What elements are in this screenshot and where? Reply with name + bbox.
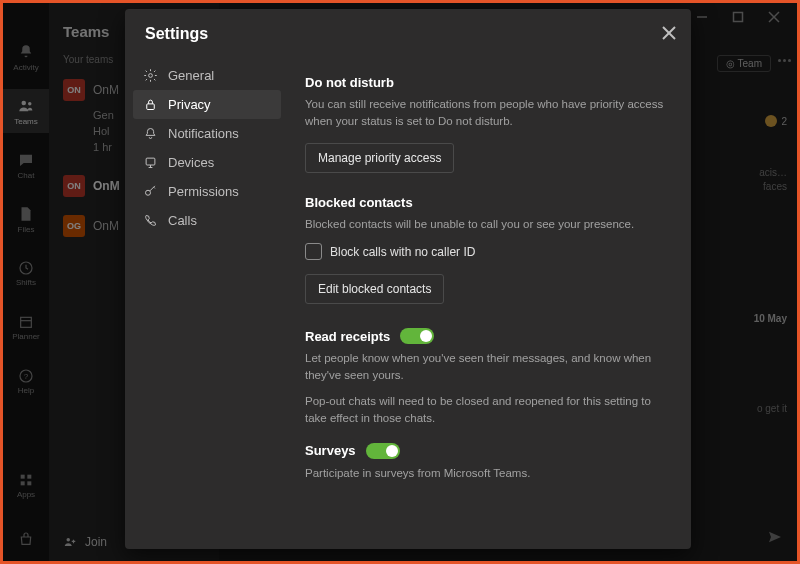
nav-label: Privacy [168,97,211,112]
lock-icon [143,97,158,112]
read-receipts-desc1: Let people know when you've seen their m… [305,350,669,383]
svg-point-18 [149,74,153,78]
checkbox-label: Block calls with no caller ID [330,245,475,259]
block-no-caller-id-checkbox[interactable]: Block calls with no caller ID [305,243,669,260]
settings-nav-notifications[interactable]: Notifications [133,119,281,148]
nav-label: Permissions [168,184,239,199]
settings-title: Settings [125,9,691,55]
blocked-heading: Blocked contacts [305,195,669,210]
gear-icon [143,68,158,83]
read-receipts-toggle[interactable] [400,328,434,344]
settings-nav-calls[interactable]: Calls [133,206,281,235]
bell-icon [143,126,158,141]
settings-nav-privacy[interactable]: Privacy [133,90,281,119]
svg-point-21 [146,190,151,195]
svg-rect-20 [146,158,155,165]
read-receipts-heading: Read receipts [305,329,390,344]
nav-label: Devices [168,155,214,170]
read-receipts-desc2: Pop-out chats will need to be closed and… [305,393,669,426]
surveys-desc: Participate in surveys from Microsoft Te… [305,465,669,482]
nav-label: General [168,68,214,83]
svg-rect-19 [147,104,155,110]
settings-nav-permissions[interactable]: Permissions [133,177,281,206]
edit-blocked-contacts-button[interactable]: Edit blocked contacts [305,274,444,304]
nav-label: Calls [168,213,197,228]
settings-nav-devices[interactable]: Devices [133,148,281,177]
settings-modal: Settings General Privacy Notifications D… [125,9,691,549]
checkbox-icon [305,243,322,260]
dnd-heading: Do not disturb [305,75,669,90]
settings-nav: General Privacy Notifications Devices Pe… [125,55,289,549]
key-icon [143,184,158,199]
devices-icon [143,155,158,170]
surveys-toggle[interactable] [366,443,400,459]
close-button[interactable] [657,21,681,45]
blocked-description: Blocked contacts will be unable to call … [305,216,669,233]
manage-priority-access-button[interactable]: Manage priority access [305,143,454,173]
surveys-heading: Surveys [305,443,356,458]
close-icon [662,26,676,40]
nav-label: Notifications [168,126,239,141]
settings-content: Do not disturb You can still receive not… [289,55,691,549]
dnd-description: You can still receive notifications from… [305,96,669,129]
settings-nav-general[interactable]: General [133,61,281,90]
phone-icon [143,213,158,228]
